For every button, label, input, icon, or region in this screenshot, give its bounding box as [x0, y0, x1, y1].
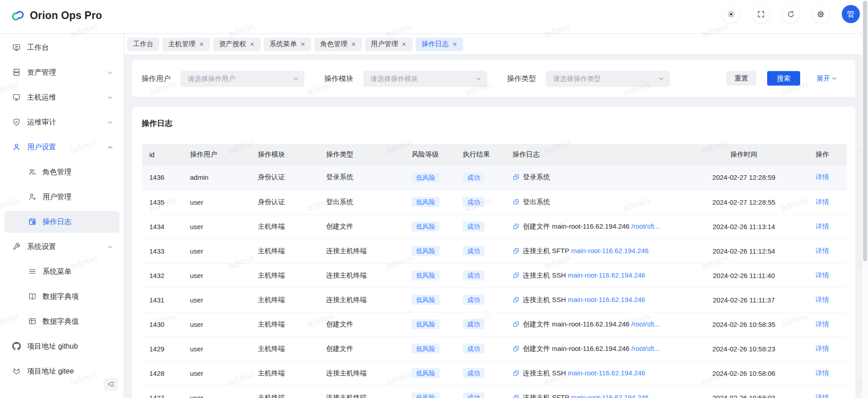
close-icon[interactable]	[452, 42, 457, 47]
copy-icon[interactable]	[512, 394, 519, 398]
detail-link[interactable]: 详情	[816, 198, 829, 206]
page-scrollbar[interactable]	[862, 0, 868, 398]
cell-action: 详情	[808, 385, 847, 398]
sidebar-item-user-add[interactable]: 用户管理	[0, 185, 124, 209]
copy-icon[interactable]	[512, 345, 519, 352]
tab-主机管理[interactable]: 主机管理	[162, 38, 210, 51]
sidebar-item-audit[interactable]: 运维审计	[0, 110, 124, 134]
reset-button[interactable]: 重置	[726, 71, 756, 86]
result-badge: 成功	[463, 344, 484, 354]
close-icon[interactable]	[402, 42, 407, 47]
log-link[interactable]: main-root-116.62.194.246	[571, 393, 649, 398]
copy-icon[interactable]	[512, 297, 519, 303]
tab-用户管理[interactable]: 用户管理	[365, 38, 413, 51]
theme-icon[interactable]	[722, 5, 740, 23]
refresh-icon[interactable]	[782, 5, 799, 23]
tab-操作日志[interactable]: 操作日志	[416, 38, 463, 51]
cell-risk: 低风险	[404, 385, 455, 398]
table-icon	[28, 317, 37, 326]
risk-badge: 低风险	[412, 270, 440, 280]
cell-action: 详情	[808, 214, 847, 239]
detail-link[interactable]: 详情	[816, 296, 829, 303]
tab-角色管理[interactable]: 角色管理	[314, 38, 362, 51]
sidebar-item-workbench[interactable]: 工作台	[0, 35, 124, 60]
copy-icon[interactable]	[512, 321, 519, 328]
copy-icon[interactable]	[512, 272, 519, 279]
cell-log: 创建文件 main-root-116.62.194.246 /root/sft.…	[505, 214, 679, 239]
copy-icon[interactable]	[512, 370, 519, 377]
detail-link[interactable]: 详情	[816, 369, 829, 377]
cell-user: user	[183, 288, 251, 312]
cell-risk: 低风险	[404, 214, 455, 239]
close-icon[interactable]	[351, 42, 356, 47]
log-link[interactable]: main-root-116.62.194.246	[568, 296, 645, 303]
cell-log: 连接主机 SSH main-root-116.62.194.246	[505, 288, 679, 312]
filter-label: 操作模块	[324, 74, 353, 84]
sidebar-item-assets[interactable]: 资产管理	[0, 60, 124, 85]
cell-id: 1436	[142, 165, 183, 190]
sidebar-item-github[interactable]: 项目地址 github	[0, 334, 124, 359]
log-link[interactable]: main-root-116.62.194.246	[568, 271, 645, 279]
cell-id: 1435	[142, 190, 183, 214]
detail-link[interactable]: 详情	[816, 345, 829, 352]
sidebar-item-host[interactable]: 主机运维	[0, 85, 124, 110]
user-avatar[interactable]: 管	[842, 5, 860, 23]
detail-link[interactable]: 详情	[816, 271, 829, 279]
sidebar-item-log[interactable]: 操作日志	[0, 210, 124, 234]
cell-risk: 低风险	[404, 288, 455, 312]
tab-资产授权[interactable]: 资产授权	[213, 38, 261, 51]
fullscreen-icon[interactable]	[752, 5, 769, 23]
close-icon[interactable]	[199, 42, 204, 47]
filter-select-1[interactable]: 请选择操作模块	[363, 71, 487, 87]
detail-link[interactable]: 详情	[816, 393, 829, 398]
cell-log: 连接主机 SSH main-root-116.62.194.246	[505, 361, 679, 385]
close-icon[interactable]	[250, 42, 255, 47]
sidebar-item-menu-lines[interactable]: 系统菜单	[0, 259, 124, 284]
copy-icon[interactable]	[512, 199, 519, 206]
sidebar-item-roles[interactable]: 角色管理	[0, 160, 124, 184]
chevron-down-icon	[107, 69, 114, 76]
close-icon[interactable]	[300, 42, 305, 47]
tab-工作台[interactable]: 工作台	[127, 38, 159, 51]
detail-link[interactable]: 详情	[816, 222, 829, 230]
filter-select-0[interactable]: 请选择操作用户	[180, 71, 304, 87]
settings-icon[interactable]	[812, 5, 829, 23]
copy-icon[interactable]	[512, 223, 519, 230]
cell-action: 详情	[808, 361, 847, 385]
cell-user: user	[183, 214, 251, 239]
copy-icon[interactable]	[512, 174, 519, 181]
cell-action: 详情	[808, 263, 847, 288]
sidebar-item-wrench[interactable]: 系统设置	[0, 235, 124, 259]
risk-badge: 低风险	[412, 197, 440, 207]
detail-link[interactable]: 详情	[816, 247, 829, 254]
result-badge: 成功	[463, 197, 484, 207]
detail-link[interactable]: 详情	[816, 173, 829, 181]
log-link[interactable]: main-root-116.62.194.246	[568, 369, 645, 377]
cell-user: user	[183, 312, 251, 336]
sidebar-item-user[interactable]: 用户设置	[0, 135, 124, 159]
table-row: 1430user主机终端创建文件低风险成功创建文件 main-root-116.…	[142, 312, 847, 336]
copy-icon[interactable]	[512, 248, 519, 254]
cell-result: 成功	[455, 190, 505, 214]
cell-risk: 低风险	[404, 263, 455, 288]
filter-select-2[interactable]: 请选择操作类型	[546, 71, 670, 87]
log-link[interactable]: /root/sft...	[631, 222, 660, 230]
scrollbar-thumb[interactable]	[863, 1, 867, 261]
cell-type: 创建文件	[319, 312, 404, 336]
detail-link[interactable]: 详情	[816, 320, 829, 328]
expand-toggle[interactable]: 展开	[816, 74, 837, 83]
assets-icon	[12, 68, 21, 77]
log-link[interactable]: main-root-116.62.194.246	[571, 247, 649, 254]
risk-badge: 低风险	[412, 173, 440, 182]
result-badge: 成功	[463, 393, 484, 398]
sidebar-item-table[interactable]: 数据字典值	[0, 309, 124, 334]
column-header: 操作模块	[251, 144, 319, 165]
sidebar-collapse-button[interactable]	[104, 378, 118, 391]
cell-time: 2024-02-26 11:12:54	[679, 239, 808, 263]
search-button[interactable]: 搜索	[767, 71, 800, 86]
tab-系统菜单[interactable]: 系统菜单	[264, 38, 311, 51]
log-link[interactable]: /root/sft...	[631, 320, 660, 328]
log-link[interactable]: /root/sft...	[631, 345, 660, 352]
sidebar-item-book[interactable]: 数据字典项	[0, 284, 124, 309]
table-row: 1436admin身份认证登录系统低风险成功登录系统2024-02-27 12:…	[142, 165, 847, 190]
